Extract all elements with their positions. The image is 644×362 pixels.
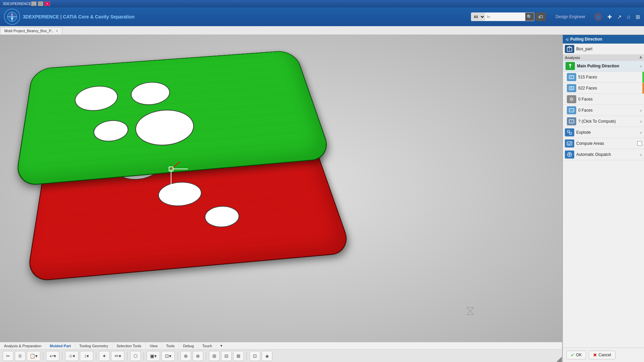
separator-7 (206, 352, 206, 360)
faces-622-row[interactable]: 622 Faces (563, 83, 644, 94)
close-button[interactable]: ✕ (45, 1, 50, 6)
tag-button[interactable]: 🏷 (536, 12, 546, 21)
analysis-label: Analysis (565, 56, 580, 60)
menu-tools[interactable]: Tools (162, 342, 179, 350)
canvas-background[interactable]: ⧖ (0, 35, 562, 342)
svg-text:?: ? (571, 120, 573, 123)
apps-icon[interactable]: ⊞ (636, 14, 640, 20)
box-part-row[interactable]: Box_part (563, 44, 644, 55)
paste-tool[interactable]: 📋▾ (27, 351, 40, 361)
menu-touch[interactable]: Touch (198, 342, 216, 350)
cut-tool[interactable]: ✂ (3, 351, 13, 361)
analysis-tool[interactable]: ⊗ (193, 351, 203, 361)
separator-6 (177, 352, 178, 360)
faces-622-icon (567, 84, 576, 92)
green-hole-2 (130, 81, 171, 107)
panel-collapse-icon[interactable]: ◁ (566, 38, 568, 41)
faces-622-indicator (642, 83, 644, 94)
compute-areas-label: Compute Areas (576, 141, 637, 146)
separator-2 (62, 352, 62, 360)
move-tool[interactable]: ↕▾ (80, 351, 93, 361)
compute-areas-checkbox[interactable] (637, 141, 642, 146)
automatic-dispatch-icon (565, 150, 574, 159)
svg-point-15 (571, 98, 573, 100)
menu-selection-tools[interactable]: Selection Tools (112, 342, 146, 350)
menu-more[interactable]: ▾ (216, 342, 226, 350)
main-pulling-direction-row[interactable]: Main Pulling Direction ∧ (563, 61, 644, 72)
minimize-button[interactable]: _ (31, 1, 37, 6)
faces-515-indicator (642, 72, 644, 82)
faces-515-row[interactable]: 515 Faces (563, 72, 644, 83)
share-icon[interactable]: ↗ (617, 14, 622, 20)
design-engineer-label: Design Engineer (556, 14, 586, 19)
menu-tooling-geometry[interactable]: Tooling Geometry (75, 342, 112, 350)
compute-areas-row[interactable]: Compute Areas (563, 138, 644, 149)
title-bar: 3DEXPERIENCE _ □ ✕ (0, 0, 644, 7)
menu-bar: Analysis & Preparation Molded Part Tooli… (0, 342, 562, 350)
separator-4 (127, 352, 127, 360)
snap-tool[interactable]: ✦ (99, 351, 110, 361)
select-tool[interactable]: ⊹▾ (65, 351, 78, 361)
solid-tool[interactable]: ⬡ (130, 351, 141, 361)
gizmo-center (169, 167, 173, 171)
extrude-tool[interactable]: ▣▾ (147, 351, 160, 361)
active-tab[interactable]: Mold Project_Beamy_Box_P... × (0, 27, 62, 35)
analysis-section-header[interactable]: Analysis ∧ (563, 55, 644, 61)
camera-tool[interactable]: ⊟ (221, 351, 232, 361)
panel-title: Pulling Direction (570, 37, 602, 42)
green-hole-1 (74, 84, 118, 112)
explode-row[interactable]: Explode ∨ (563, 127, 644, 138)
menu-view[interactable]: View (146, 342, 162, 350)
add-icon[interactable]: ✚ (607, 14, 612, 20)
ok-button[interactable]: ✔ OK (566, 351, 586, 359)
separator-1 (43, 352, 43, 360)
click-to-compute-row[interactable]: ? ? (Click To Compute) ∨ (563, 116, 644, 127)
part-tool[interactable]: ◈ (262, 351, 272, 361)
view-tool[interactable]: ⊞ (209, 351, 220, 361)
tab-bar: Mold Project_Beamy_Box_P... × (0, 26, 644, 35)
ok-label: OK (576, 353, 582, 357)
automatic-dispatch-label: Automatic Dispatch (576, 152, 639, 157)
main-pulling-expand-icon[interactable]: ∧ (640, 64, 642, 68)
automatic-dispatch-row[interactable]: Automatic Dispatch ∨ (563, 149, 644, 160)
grid-tool[interactable]: ⊡ (250, 351, 260, 361)
search-input[interactable] (485, 13, 525, 21)
user-avatar[interactable]: 👤 (594, 13, 602, 21)
explode-expand-icon[interactable]: ∨ (640, 131, 642, 134)
click-to-compute-expand-icon[interactable]: ∨ (640, 120, 642, 123)
render-tool[interactable]: ⊠ (233, 351, 244, 361)
logo-area: ▶ 3DEXPERIENCE | CATIA Core & Cavity Sep… (4, 9, 135, 25)
view-cube-icon[interactable]: ⧖ (466, 303, 475, 318)
copy-tool[interactable]: ⎘ (15, 351, 25, 361)
red-hole-2 (158, 180, 203, 208)
home-icon[interactable]: ⌂ (627, 14, 630, 20)
faces-0-expand-icon[interactable]: ∨ (640, 109, 642, 112)
undo-tool[interactable]: ↩▾ (46, 351, 59, 361)
search-button[interactable]: 🔍 (525, 12, 534, 21)
compass-button[interactable]: ▶ (4, 9, 20, 25)
search-scope-select[interactable]: All (471, 13, 485, 21)
sketch-tool[interactable]: ✏▾ (111, 351, 124, 361)
faces-0-gear-row[interactable]: 0 Faces (563, 94, 644, 105)
cancel-button[interactable]: ✖ Cancel (589, 351, 615, 359)
click-to-compute-icon: ? (567, 117, 576, 125)
search-bar: All 🔍 🏷 (471, 12, 546, 21)
faces-622-label: 622 Faces (578, 86, 642, 90)
tab-close-button[interactable]: × (56, 29, 58, 33)
faces-515-label: 515 Faces (578, 75, 642, 79)
ok-cancel-row: ✔ OK ✖ Cancel (563, 348, 644, 362)
faces-0-bottom-icon (567, 106, 576, 114)
title-bar-text: 3DEXPERIENCE (3, 2, 31, 6)
maximize-button[interactable]: □ (38, 1, 43, 6)
menu-analysis[interactable]: Analysis & Preparation (0, 342, 46, 350)
right-panel: ◁ Pulling Direction Box_part Analysis ∧ … (562, 35, 644, 362)
analysis-expand-icon[interactable]: ∧ (639, 55, 642, 60)
menu-molded-part[interactable]: Molded Part (46, 342, 75, 350)
svg-line-14 (571, 87, 572, 89)
menu-debug[interactable]: Debug (179, 342, 198, 350)
automatic-dispatch-expand-icon[interactable]: ∨ (640, 153, 642, 157)
fillet-tool[interactable]: ⊡▾ (161, 351, 175, 361)
bottom-toolbar: Analysis & Preparation Molded Part Tooli… (0, 342, 562, 362)
faces-0-bottom-row[interactable]: 0 Faces ∨ (563, 105, 644, 116)
measure-tool[interactable]: ⊕ (180, 351, 191, 361)
